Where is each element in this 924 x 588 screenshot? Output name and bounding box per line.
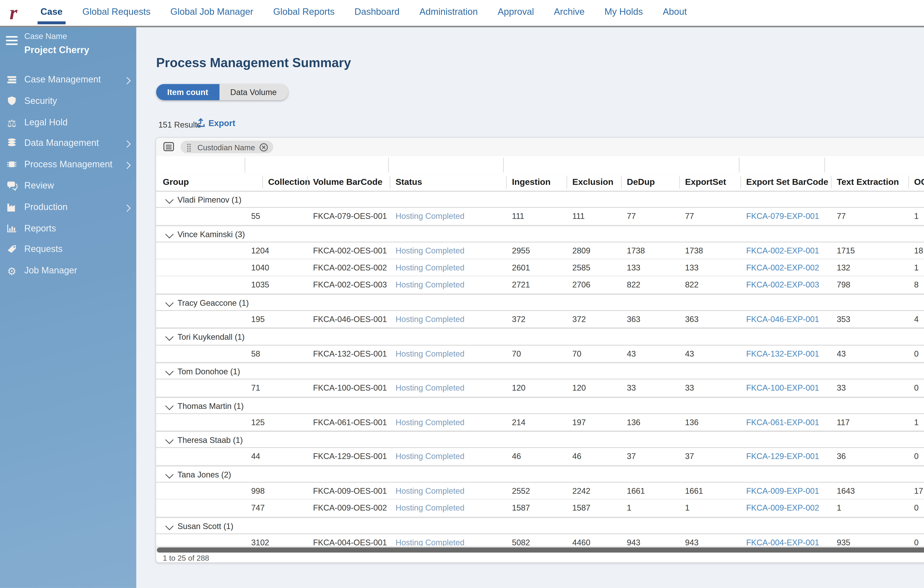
brand-logo[interactable]: r <box>10 1 17 25</box>
tab-item-count[interactable]: Item count <box>156 84 219 100</box>
column-header-volume_barcode[interactable]: Volume BarCode <box>313 174 382 191</box>
group-header-row[interactable]: Vince Kaminski (3) <box>156 225 924 242</box>
cell-ingestion: 5082 <box>512 534 530 546</box>
cell-export_set_barcode[interactable]: FKCA-004-EXP-001 <box>746 534 819 546</box>
cell-volume_barcode: FKCA-061-OES-001 <box>313 414 387 431</box>
chevron-down-icon[interactable] <box>165 196 173 204</box>
group-header-row[interactable]: Vladi Pimenov (1) <box>156 191 924 208</box>
column-header-collection[interactable]: Collection <box>268 174 310 191</box>
column-header-exportset[interactable]: ExportSet <box>685 174 726 191</box>
chevron-right-icon <box>124 162 130 169</box>
group-header-row[interactable]: Tracy Geaccone (1) <box>156 294 924 311</box>
nav-item-case[interactable]: Case <box>40 0 63 25</box>
sidebar-item-reports[interactable]: Reports <box>0 218 136 239</box>
cell-export_set_barcode[interactable]: FKCA-046-EXP-001 <box>746 311 819 328</box>
cell-export_set_barcode[interactable]: FKCA-061-EXP-001 <box>746 414 819 431</box>
cell-export_set_barcode[interactable]: FKCA-002-EXP-002 <box>746 259 819 277</box>
cell-ingestion: 2601 <box>512 259 530 277</box>
menu-toggle-icon[interactable] <box>6 36 18 45</box>
cell-export_set_barcode[interactable]: FKCA-079-EXP-001 <box>746 208 819 225</box>
cell-status: Hosting Completed <box>396 259 464 277</box>
group-header-row[interactable]: Tori Kuykendall (1) <box>156 328 924 345</box>
column-header-ingestion[interactable]: Ingestion <box>512 174 551 191</box>
column-separator <box>679 176 680 189</box>
cell-export_set_barcode[interactable]: FKCA-100-EXP-001 <box>746 380 819 397</box>
column-header-status[interactable]: Status <box>396 174 422 191</box>
nav-item-global-job-manager[interactable]: Global Job Manager <box>170 0 253 25</box>
column-header-export_set_barcode[interactable]: Export Set BarCode <box>746 174 828 191</box>
cell-collection: 55 <box>251 208 260 225</box>
tab-data-volume[interactable]: Data Volume <box>219 84 288 100</box>
chevron-down-icon[interactable] <box>165 230 173 238</box>
cell-collection: 195 <box>251 311 265 328</box>
group-by-chip[interactable]: Custodian Name <box>181 141 274 153</box>
cell-export_set_barcode[interactable]: FKCA-002-EXP-001 <box>746 242 819 259</box>
cell-export_set_barcode[interactable]: FKCA-009-EXP-001 <box>746 482 819 500</box>
group-header-row[interactable]: Thomas Martin (1) <box>156 397 924 414</box>
chevron-down-icon[interactable] <box>165 299 173 307</box>
nav-item-archive[interactable]: Archive <box>554 0 584 25</box>
sidebar-item-job-manager[interactable]: ⚙Job Manager <box>0 261 136 282</box>
cell-exportset: 77 <box>685 208 694 225</box>
tag-icon <box>6 244 18 256</box>
cell-text_extraction: 1 <box>837 500 841 517</box>
chevron-down-icon[interactable] <box>165 333 173 341</box>
nav-item-about[interactable]: About <box>663 0 687 25</box>
horizontal-scrollbar-thumb[interactable] <box>157 548 924 553</box>
cell-exclusion: 372 <box>573 311 586 328</box>
row-range-label: 1 to 25 of 288 <box>163 553 209 563</box>
table-row: 195FKCA-046-OES-001Hosting Completed3723… <box>156 311 924 328</box>
column-header-text_extraction[interactable]: Text Extraction <box>837 174 899 191</box>
chevron-down-icon[interactable] <box>165 436 173 444</box>
sidebar: Case Name Project Cherry Case Management… <box>0 26 136 588</box>
cell-export_set_barcode[interactable]: FKCA-129-EXP-001 <box>746 448 819 466</box>
sidebar-item-legal-hold[interactable]: ⚖Legal Hold <box>0 112 136 133</box>
cell-export_set_barcode[interactable]: FKCA-002-EXP-003 <box>746 277 819 294</box>
grid-view-icon[interactable] <box>163 141 175 152</box>
nav-item-approval[interactable]: Approval <box>498 0 534 25</box>
sidebar-item-review[interactable]: Review <box>0 176 136 197</box>
chevron-down-icon[interactable] <box>165 522 173 530</box>
chip-remove-icon[interactable] <box>259 142 268 151</box>
export-button[interactable]: Export <box>196 118 235 127</box>
upload-icon <box>196 118 206 127</box>
group-header-row[interactable]: Tana Jones (2) <box>156 466 924 482</box>
export-label: Export <box>208 118 235 127</box>
cell-volume_barcode: FKCA-046-OES-001 <box>313 311 387 328</box>
cell-exclusion: 197 <box>573 414 586 431</box>
nav-item-my-holds[interactable]: My Holds <box>604 0 643 25</box>
sidebar-item-case-management[interactable]: Case Management <box>0 70 136 91</box>
group-header-row[interactable]: Susan Scott (1) <box>156 517 924 534</box>
column-header-dedup[interactable]: DeDup <box>627 174 655 191</box>
nav-item-global-reports[interactable]: Global Reports <box>273 0 335 25</box>
top-nav: r CaseGlobal RequestsGlobal Job ManagerG… <box>0 0 924 27</box>
cell-export_set_barcode[interactable]: FKCA-009-EXP-002 <box>746 500 819 517</box>
cell-dedup: 1 <box>627 500 631 517</box>
column-filter-row[interactable] <box>156 156 924 175</box>
column-separator <box>908 176 909 189</box>
cell-dedup: 822 <box>627 277 640 294</box>
cell-export_set_barcode[interactable]: FKCA-132-EXP-001 <box>746 345 819 362</box>
column-header-exclusion[interactable]: Exclusion <box>573 174 613 191</box>
column-header-ocr[interactable]: OCR <box>914 174 924 191</box>
cell-exportset: 33 <box>685 380 694 397</box>
sidebar-item-security[interactable]: Security <box>0 91 136 112</box>
nav-item-dashboard[interactable]: Dashboard <box>355 0 399 25</box>
group-header-row[interactable]: Tom Donohoe (1) <box>156 362 924 380</box>
chevron-down-icon[interactable] <box>165 367 173 375</box>
chevron-down-icon[interactable] <box>165 470 173 478</box>
table-row: 125FKCA-061-OES-001Hosting Completed2141… <box>156 414 924 431</box>
sidebar-item-production[interactable]: Production <box>0 197 136 218</box>
nav-item-administration[interactable]: Administration <box>419 0 478 25</box>
group-header-row[interactable]: Theresa Staab (1) <box>156 431 924 448</box>
horizontal-scrollbar[interactable] <box>156 546 924 553</box>
sidebar-item-process-management[interactable]: Process Management <box>0 155 136 176</box>
nav-item-global-requests[interactable]: Global Requests <box>82 0 150 25</box>
cell-ingestion: 1587 <box>512 500 530 517</box>
sidebar-item-requests[interactable]: Requests <box>0 240 136 261</box>
chevron-down-icon[interactable] <box>165 401 173 410</box>
sidebar-item-data-management[interactable]: Data Management <box>0 134 136 154</box>
column-header-group[interactable]: Group <box>163 174 189 191</box>
cell-text_extraction: 353 <box>837 311 850 328</box>
cell-exportset: 822 <box>685 277 698 294</box>
